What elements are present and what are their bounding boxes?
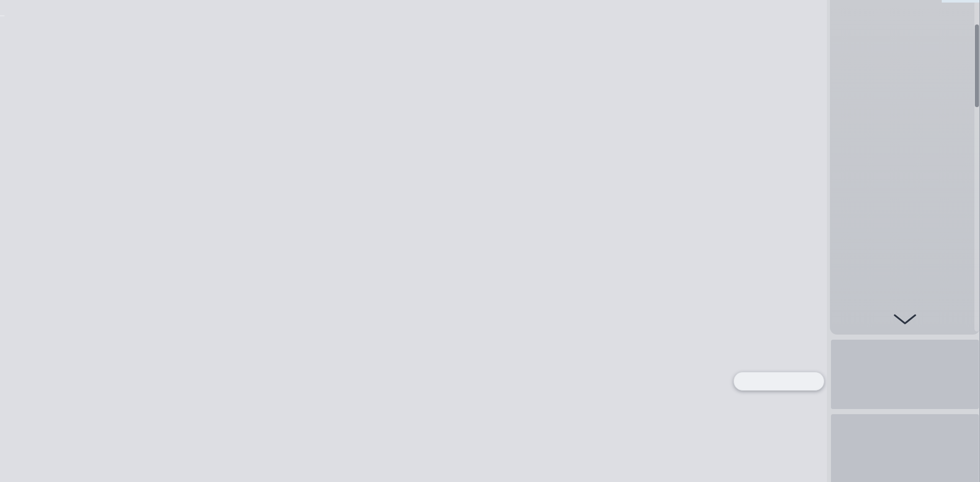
chevron-down-icon[interactable] bbox=[892, 313, 918, 325]
view-options-panel bbox=[831, 414, 979, 482]
window-edge-sliver bbox=[942, 0, 980, 3]
dirac-live-app bbox=[0, 0, 980, 482]
chart-canvas[interactable] bbox=[0, 0, 827, 482]
sidebar-scrollbar-thumb[interactable] bbox=[975, 24, 979, 107]
frequency-response-chart[interactable] bbox=[0, 0, 827, 482]
filters-used-tooltip bbox=[733, 372, 824, 391]
display-options-panel bbox=[831, 340, 979, 409]
cursor-frequency-label bbox=[0, 15, 5, 16]
sidebar bbox=[830, 0, 980, 482]
sidebar-top-panel bbox=[830, 0, 980, 335]
